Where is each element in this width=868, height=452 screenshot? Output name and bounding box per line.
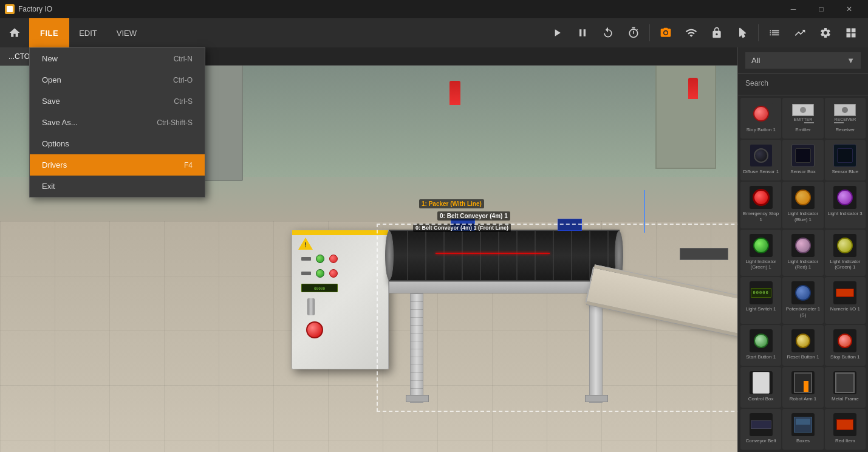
belt-frame [389,281,620,293]
part-item-light-orange[interactable]: Light Indicator (Green) 1 [825,230,866,276]
options-label: Options [42,139,69,148]
control-panel: ! 00000 [292,230,389,369]
play-button[interactable] [545,21,569,45]
part-label: Start Button 1 [746,354,776,360]
save-label: Save [42,97,60,106]
part-item-potentiometer[interactable]: Potentiometer 1 (S) [782,277,823,324]
svg-rect-0 [7,6,13,12]
list-button[interactable] [762,21,787,45]
search-area: Search [738,74,868,95]
wall-panel-right [655,60,716,169]
part-item-emitter[interactable]: EMITTER Emitter [782,98,823,139]
reset-button[interactable] [596,21,620,45]
chevron-down-icon: ▼ [847,56,855,65]
new-shortcut: Ctrl-N [174,55,193,63]
tab-label: ...CTO [9,52,30,61]
category-dropdown[interactable]: All ▼ [745,52,861,69]
home-button[interactable] [0,18,29,47]
part-item-control-box[interactable]: Control Box [740,367,781,408]
cursor-button[interactable] [730,21,754,45]
network-button[interactable] [679,21,703,45]
grid-button[interactable] [839,21,863,45]
drivers-shortcut: F4 [184,161,193,170]
title-bar: Factory IO ─ □ ✕ [0,0,868,18]
app-icon [5,4,15,14]
part-label: Robot Arm 1 [790,396,816,402]
part-item-stop-button[interactable]: Stop Button 1 [740,98,781,139]
part-item-numeric[interactable]: Numeric I/O 1 [825,277,866,324]
exclamation: ! [304,241,307,248]
view-menu-button[interactable]: VIEW [107,18,146,47]
part-label: Emergency Stop 1 [743,211,779,222]
menu-item-exit[interactable]: Exit [30,176,205,197]
part-item-sensor1[interactable]: Diffuse Sensor 1 [740,140,781,180]
save-as-shortcut: Ctrl-Shift-S [157,118,193,127]
right-panel: All ▼ Search Stop Button 1 EMITTER [737,47,868,452]
file-menu-button[interactable]: FILE [29,18,69,47]
green-btn-2 [316,269,324,278]
shelf-element [680,248,728,260]
part-item-stop-btn[interactable]: Stop Button 1 [825,325,866,366]
panel-display: 00000 [301,284,338,292]
part-label: Boxes [796,438,810,444]
menu-item-drivers[interactable]: Drivers F4 [30,154,205,176]
part-item-reset-btn[interactable]: Reset Button 1 [782,325,823,366]
part-label: Stop Button 1 [830,354,859,360]
settings-button[interactable] [813,21,838,45]
timer-button[interactable] [621,21,646,45]
part-item-light-3[interactable]: Light Indicator 3 [825,182,866,228]
part-label: Light Indicator 3 [828,211,863,217]
part-item-sensor2[interactable]: Sensor Box [782,140,823,180]
save-as-label: Save As... [42,118,78,127]
sensor-line-1 [644,190,645,233]
open-label: Open [42,75,61,84]
pause-button[interactable] [570,21,595,45]
edit-menu-button[interactable]: EDIT [69,18,107,47]
part-item-robot[interactable]: Metal Frame [825,367,866,408]
app-title: Factory IO [18,5,52,13]
part-item-light-blue[interactable]: Light Indicator (Blue) 1 [782,182,823,228]
part-label: Diffuse Sensor 1 [743,169,779,175]
toolbar-separator [649,24,650,41]
part-label: Control Box [748,396,774,402]
part-item-light-green[interactable]: Light Indicator (Green) 1 [740,230,781,276]
part-label: Light Indicator (Red) 1 [785,259,821,270]
part-label: Receiver [836,127,855,133]
part-item-sensor3[interactable]: Sensor Blue [825,140,866,180]
menu-item-new[interactable]: New Ctrl-N [30,48,205,69]
emergency-stop [306,321,323,338]
fire-extinguisher-2 [688,78,698,99]
part-item-metal-frame[interactable]: Robot Arm 1 [782,367,823,408]
part-label: Conveyor Belt [746,438,776,444]
signal-button[interactable] [788,21,812,45]
close-button[interactable]: ✕ [835,0,863,18]
minimize-button[interactable]: ─ [779,0,807,18]
maximize-button[interactable]: □ [807,0,835,18]
red-btn-1 [329,255,338,263]
part-item-conveyor-s[interactable]: Conveyor Belt [740,409,781,450]
menu-item-open[interactable]: Open Ctrl-O [30,69,205,91]
parts-grid: Stop Button 1 EMITTER Emitter RECEIVER R… [738,95,868,452]
foot-left [406,395,429,402]
dropdown-label: All [751,56,760,65]
open-shortcut: Ctrl-O [173,76,193,84]
toolbar-right [545,21,868,45]
menu-bar: FILE EDIT VIEW [0,18,868,47]
menu-item-save[interactable]: Save Ctrl-S [30,91,205,112]
camera-button[interactable] [654,21,678,45]
part-item-light-red[interactable]: Light Indicator (Red) 1 [782,230,823,276]
part-label: Light Switch 1 [746,306,776,312]
menu-item-save-as[interactable]: Save As... Ctrl-Shift-S [30,112,205,133]
belt-conveyor [389,230,620,281]
belt-roller-left [385,231,394,280]
drivers-label: Drivers [42,160,67,170]
part-item-red-item[interactable]: Red Item [825,409,866,450]
part-item-light-switch[interactable]: 00000 Light Switch 1 [740,277,781,324]
part-item-receiver[interactable]: RECEIVER Receiver [825,98,866,139]
lock-button[interactable] [705,21,729,45]
part-item-start-btn[interactable]: Start Button 1 [740,325,781,366]
part-item-emergency[interactable]: Emergency Stop 1 [740,182,781,228]
menu-item-options[interactable]: Options [30,133,205,154]
laser-line [436,253,550,254]
part-item-boxes[interactable]: Boxes [782,409,823,450]
